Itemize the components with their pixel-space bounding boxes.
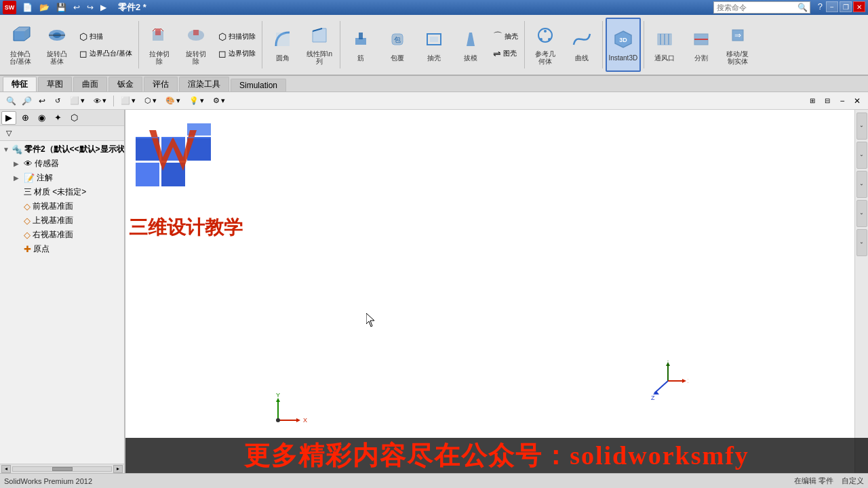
sidebar-tab-properties[interactable]: ⊕ — [18, 111, 33, 125]
right-panel: › › › › › — [854, 110, 868, 473]
view-toggle-btn[interactable]: ⊟ — [821, 94, 834, 108]
tab-sheetmetal[interactable]: 钣金 — [108, 77, 142, 92]
scroll-track[interactable] — [12, 466, 112, 472]
hide-show-dropdown[interactable]: 👁▾ — [90, 94, 110, 108]
appearance-icon: 🎨 — [165, 96, 175, 105]
previous-view-button[interactable]: ↩ — [35, 94, 49, 108]
redo-icon[interactable]: ↪ — [85, 3, 96, 12]
fillet-button[interactable]: 圆角 — [265, 18, 300, 72]
right-panel-btn-4[interactable]: › — [856, 200, 867, 227]
shell-button[interactable]: 抽壳 — [416, 18, 452, 72]
search-input[interactable] — [714, 2, 795, 13]
settings-dropdown[interactable]: ⚙▾ — [210, 94, 229, 108]
right-panel-btn-5[interactable]: › — [856, 229, 867, 256]
vent-button[interactable]: 通风口 — [647, 18, 682, 72]
canvas-area[interactable]: 三维设计教学 Y X Z — [125, 110, 868, 473]
tab-evaluate[interactable]: 评估 — [144, 77, 178, 92]
tree-origin[interactable]: ✚ 原点 — [0, 242, 124, 256]
tree-root: ▼ 🔩 零件2（默认<<默认>显示状态 — [0, 142, 124, 157]
tree-sensor[interactable]: ▶ 👁 传感器 — [0, 157, 124, 171]
view-orientation-dropdown[interactable]: ⬡▾ — [141, 94, 160, 108]
tree-material[interactable]: 三 材质 <未指定> — [0, 185, 124, 199]
undo-icon[interactable]: ↩ — [71, 3, 82, 12]
scroll-left-btn[interactable]: ◂ — [1, 465, 11, 473]
section-view-dropdown[interactable]: ⬜▾ — [117, 94, 139, 108]
svg-rect-40 — [136, 163, 159, 186]
svg-line-9 — [153, 28, 155, 31]
extrude-cut-label: 拉伸切除 — [149, 50, 170, 65]
light-dropdown[interactable]: 💡▾ — [186, 94, 208, 108]
tree-front-plane[interactable]: ◇ 前视基准面 — [0, 199, 124, 214]
svg-text:X: X — [303, 417, 307, 424]
revolve-cut-button[interactable]: 旋转切除 — [178, 18, 214, 72]
dropdown-arrow4: ▾ — [153, 96, 157, 105]
tree-expand-root[interactable]: ▼ — [3, 146, 9, 153]
restore-button[interactable]: ❐ — [840, 1, 852, 12]
sidebar-tab-config[interactable]: ◉ — [34, 111, 49, 125]
reference-button[interactable]: 参考几何体 — [528, 18, 563, 72]
open-icon[interactable]: 📂 — [37, 3, 52, 12]
search-icon[interactable]: 🔍 — [795, 3, 810, 12]
svg-point-26 — [540, 38, 542, 41]
scroll-right-btn[interactable]: ▸ — [113, 465, 123, 473]
draft-button[interactable]: 拔模 — [453, 18, 488, 72]
right-panel-btn-1[interactable]: › — [856, 113, 867, 140]
view-right-controls: ⊞ ⊟ − ✕ — [806, 94, 864, 108]
save-icon[interactable]: 💾 — [54, 3, 68, 12]
revolve-boss-button[interactable]: 旋转凸基体 — [39, 18, 75, 72]
boundary-cut-button[interactable]: ◻ 边界切除 — [215, 45, 259, 62]
rebuild-icon[interactable]: ▶ — [98, 3, 108, 12]
rib-button[interactable]: 筋 — [343, 18, 378, 72]
reference-label: 参考几何体 — [535, 50, 555, 65]
vent-label: 通风口 — [654, 54, 675, 62]
display-style-dropdown[interactable]: ⬜▾ — [66, 94, 88, 108]
help-icon[interactable]: ? — [816, 1, 825, 14]
filter-icon[interactable]: ▽ — [3, 127, 15, 140]
rotate-button[interactable]: ↺ — [51, 94, 64, 108]
tree-right-plane[interactable]: ◇ 右视基准面 — [0, 228, 124, 242]
tree-top-plane[interactable]: ◇ 上视基准面 — [0, 214, 124, 228]
boundary-label: 边界凸台/基体 — [90, 49, 132, 58]
minimize-button[interactable]: − — [826, 1, 838, 12]
view-close-btn[interactable]: ✕ — [850, 94, 864, 108]
tab-feature[interactable]: 特征 — [3, 77, 37, 92]
tab-simulation[interactable]: Simulation — [231, 79, 286, 92]
scan-cut-button[interactable]: ⬡ 扫描切除 — [215, 28, 259, 45]
dome-button[interactable]: ⌒ 抽壳 — [490, 28, 521, 45]
split-button[interactable]: 分割 — [684, 18, 719, 72]
sidebar-tab-motion[interactable]: ⬡ — [66, 111, 81, 125]
view-settings-btn[interactable]: ⊞ — [806, 94, 819, 108]
zoom-in-button[interactable]: 🔎 — [20, 94, 33, 108]
svg-rect-44 — [136, 137, 159, 138]
appearance-dropdown[interactable]: 🎨▾ — [162, 94, 184, 108]
scan-button[interactable]: ⬡ 扫描 — [76, 28, 136, 45]
tree-expand-sensor[interactable]: ▶ — [14, 160, 22, 167]
svg-text:X: X — [688, 378, 688, 384]
wrap-button[interactable]: 包 包覆 — [380, 18, 415, 72]
move-button[interactable]: ⇒ 移动/复制实体 — [720, 18, 755, 72]
sidebar-tab-feature[interactable]: ▶ — [1, 111, 16, 125]
new-icon[interactable]: 📄 — [20, 3, 35, 12]
mirror-button[interactable]: ⇌ 图壳 — [490, 45, 521, 62]
tab-surface[interactable]: 曲面 — [73, 77, 107, 92]
tab-sketch[interactable]: 草图 — [38, 77, 72, 92]
right-panel-btn-2[interactable]: › — [856, 142, 867, 169]
sidebar-tab-display[interactable]: ✦ — [50, 111, 65, 125]
extrude-boss-label: 拉伸凸台/基体 — [9, 50, 32, 65]
extrude-cut-button[interactable]: 拉伸切除 — [142, 18, 177, 72]
curve-button[interactable]: 曲线 — [564, 18, 599, 72]
extrude-boss-button[interactable]: 拉伸凸台/基体 — [3, 18, 38, 72]
tab-render[interactable]: 渲染工具 — [179, 77, 229, 92]
close-button[interactable]: ✕ — [853, 1, 865, 12]
zoom-to-fit-button[interactable]: 🔍 — [4, 94, 18, 108]
chamfer-button[interactable]: 线性阵\n列 — [302, 18, 337, 72]
draft-icon — [460, 28, 481, 53]
boundary-button[interactable]: ◻ 边界凸台/基体 — [76, 45, 136, 62]
tree-root-label: 零件2（默认<<默认>显示状态 — [24, 144, 124, 155]
tree-annotation[interactable]: ▶ 📝 注解 — [0, 171, 124, 185]
instant3d-button[interactable]: 3D Instant3D — [606, 18, 641, 72]
title-bar-left: SW 📄 📂 💾 ↩ ↪ ▶ 零件2 * — [3, 1, 146, 14]
right-panel-btn-3[interactable]: › — [856, 171, 867, 198]
tree-expand-annotation[interactable]: ▶ — [14, 174, 22, 182]
view-min-btn[interactable]: − — [835, 94, 849, 108]
